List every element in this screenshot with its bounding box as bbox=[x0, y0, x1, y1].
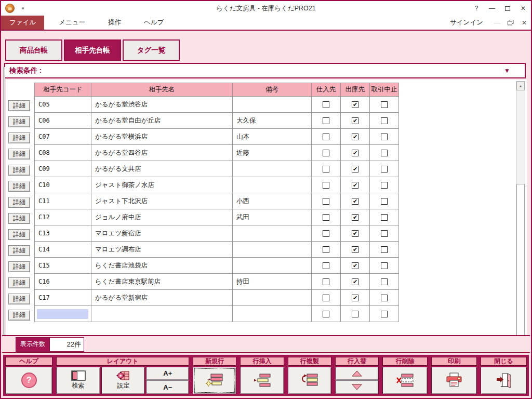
cell-partner-code[interactable]: C13 bbox=[34, 225, 91, 242]
trade-stop-checkbox[interactable] bbox=[381, 117, 388, 124]
ship-to-checkbox[interactable] bbox=[352, 311, 358, 317]
ship-to-checkbox[interactable]: ✔ bbox=[352, 262, 358, 269]
detail-button[interactable]: 詳細 bbox=[8, 149, 30, 159]
ship-to-checkbox[interactable]: ✔ bbox=[352, 295, 358, 301]
app-icon[interactable] bbox=[5, 4, 15, 13]
supplier-checkbox[interactable] bbox=[323, 311, 329, 317]
cell-memo[interactable]: 持田 bbox=[233, 274, 312, 290]
cell-partner-name[interactable]: ジャスト下北沢店 bbox=[91, 193, 233, 209]
detail-button[interactable]: 詳細 bbox=[8, 294, 30, 304]
cell-partner-name[interactable]: らくだ書店東京駅前店 bbox=[91, 274, 233, 290]
cell-memo[interactable] bbox=[233, 242, 312, 258]
vertical-scrollbar[interactable]: ▲ ▼ bbox=[516, 81, 525, 350]
trade-stop-checkbox[interactable] bbox=[381, 262, 388, 269]
cell-partner-name[interactable]: ジョルノ府中店 bbox=[91, 209, 233, 225]
cell-partner-code[interactable]: C16 bbox=[34, 274, 91, 290]
cell-partner-name[interactable]: かるがる文具店 bbox=[91, 161, 233, 177]
supplier-checkbox[interactable] bbox=[323, 117, 329, 124]
ship-to-checkbox[interactable]: ✔ bbox=[352, 182, 358, 189]
trade-stop-checkbox[interactable] bbox=[381, 214, 388, 221]
cell-memo[interactable] bbox=[233, 177, 312, 193]
detail-button[interactable]: 詳細 bbox=[8, 197, 30, 208]
search-conditions-bar[interactable]: 検索条件 : ▼ bbox=[4, 63, 526, 78]
cell-partner-name[interactable]: かるがる堂横浜店 bbox=[91, 129, 233, 145]
supplier-checkbox[interactable] bbox=[323, 214, 329, 221]
ship-to-checkbox[interactable]: ✔ bbox=[352, 246, 358, 253]
cell-memo[interactable] bbox=[233, 225, 312, 242]
font-larger-button[interactable]: A+ bbox=[146, 367, 189, 381]
ship-to-checkbox[interactable]: ✔ bbox=[352, 166, 358, 172]
detail-button[interactable]: 詳細 bbox=[8, 213, 30, 224]
cell-memo[interactable] bbox=[233, 97, 312, 113]
close-button[interactable]: ✕ bbox=[515, 1, 531, 16]
supplier-checkbox[interactable] bbox=[323, 166, 329, 172]
trade-stop-checkbox[interactable] bbox=[381, 295, 388, 301]
trade-stop-checkbox[interactable] bbox=[381, 198, 388, 205]
supplier-checkbox[interactable] bbox=[323, 295, 329, 301]
cell-memo[interactable] bbox=[233, 290, 312, 306]
cell-partner-code[interactable]: C06 bbox=[34, 113, 91, 129]
cell-partner-code[interactable]: C08 bbox=[34, 145, 91, 161]
cell-partner-code[interactable]: C11 bbox=[34, 193, 91, 209]
insert-row-button[interactable] bbox=[240, 367, 284, 394]
left-splitter[interactable] bbox=[3, 67, 5, 343]
ship-to-checkbox[interactable]: ✔ bbox=[352, 150, 358, 156]
trade-stop-checkbox[interactable] bbox=[381, 311, 388, 317]
print-button[interactable] bbox=[431, 367, 476, 394]
ship-to-checkbox[interactable]: ✔ bbox=[352, 198, 358, 205]
help-toolbar-button[interactable]: ? bbox=[5, 367, 52, 394]
detail-button[interactable]: 詳細 bbox=[8, 100, 30, 111]
menu-help[interactable]: ヘルプ bbox=[136, 16, 172, 30]
trade-stop-checkbox[interactable] bbox=[381, 166, 388, 172]
cell-memo[interactable]: 近藤 bbox=[233, 145, 312, 161]
minimize-button[interactable]: — bbox=[484, 1, 500, 16]
new-row-button[interactable] bbox=[193, 367, 236, 394]
scroll-up-button[interactable]: ▲ bbox=[516, 82, 525, 90]
duplicate-row-button[interactable] bbox=[288, 367, 331, 394]
cell-partner-code[interactable]: C15 bbox=[34, 258, 91, 274]
supplier-checkbox[interactable] bbox=[323, 230, 329, 237]
detail-button[interactable]: 詳細 bbox=[8, 181, 30, 192]
detail-button[interactable]: 詳細 bbox=[8, 116, 30, 127]
tab-partner-ledger[interactable]: 相手先台帳 bbox=[64, 39, 121, 61]
supplier-checkbox[interactable] bbox=[323, 101, 329, 108]
trade-stop-checkbox[interactable] bbox=[381, 246, 388, 253]
move-row-up-button[interactable] bbox=[335, 367, 379, 381]
menu-file[interactable]: ファイル bbox=[1, 16, 44, 30]
cell-memo[interactable]: 小西 bbox=[233, 193, 312, 209]
detail-button[interactable]: 詳細 bbox=[8, 245, 30, 256]
trade-stop-checkbox[interactable] bbox=[381, 230, 388, 237]
supplier-checkbox[interactable] bbox=[323, 150, 329, 156]
maximize-button[interactable] bbox=[500, 1, 515, 16]
menu-menu[interactable]: メニュー bbox=[50, 16, 94, 30]
cell-memo[interactable] bbox=[233, 161, 312, 177]
trade-stop-checkbox[interactable] bbox=[381, 150, 388, 156]
ship-to-checkbox[interactable]: ✔ bbox=[352, 230, 358, 237]
cell-partner-name[interactable]: かるがる堂新宿店 bbox=[91, 290, 233, 306]
cell-partner-name[interactable] bbox=[91, 306, 233, 322]
quick-access-caret-icon[interactable]: ▾ bbox=[22, 6, 24, 11]
signin-link[interactable]: サインイン bbox=[450, 18, 483, 27]
detail-button[interactable]: 詳細 bbox=[8, 165, 30, 176]
ship-to-checkbox[interactable]: ✔ bbox=[352, 117, 358, 124]
tab-tag-list[interactable]: タグ一覧 bbox=[123, 39, 180, 61]
cell-partner-code[interactable] bbox=[34, 306, 91, 322]
cell-partner-code[interactable]: C14 bbox=[34, 242, 91, 258]
supplier-checkbox[interactable] bbox=[323, 134, 329, 140]
supplier-checkbox[interactable] bbox=[323, 182, 329, 189]
restore-button[interactable] bbox=[504, 16, 517, 30]
detail-button[interactable]: 詳細 bbox=[8, 132, 30, 143]
cell-partner-code[interactable]: C10 bbox=[34, 177, 91, 193]
cell-memo[interactable]: 大久保 bbox=[233, 113, 312, 129]
cell-partner-name[interactable]: かるがる堂自由が丘店 bbox=[91, 113, 233, 129]
cell-partner-name[interactable]: かるがる堂四谷店 bbox=[91, 145, 233, 161]
cell-partner-name[interactable]: かるがる堂渋谷店 bbox=[91, 97, 233, 113]
cell-memo[interactable]: 山本 bbox=[233, 129, 312, 145]
cell-partner-code[interactable]: C12 bbox=[34, 209, 91, 225]
detail-button[interactable]: 詳細 bbox=[8, 277, 30, 288]
font-smaller-button[interactable]: A− bbox=[146, 380, 189, 394]
move-row-down-button[interactable] bbox=[335, 380, 379, 394]
cell-partner-code[interactable]: C09 bbox=[34, 161, 91, 177]
cell-partner-code[interactable]: C17 bbox=[34, 290, 91, 306]
close-screen-button[interactable] bbox=[481, 367, 527, 394]
